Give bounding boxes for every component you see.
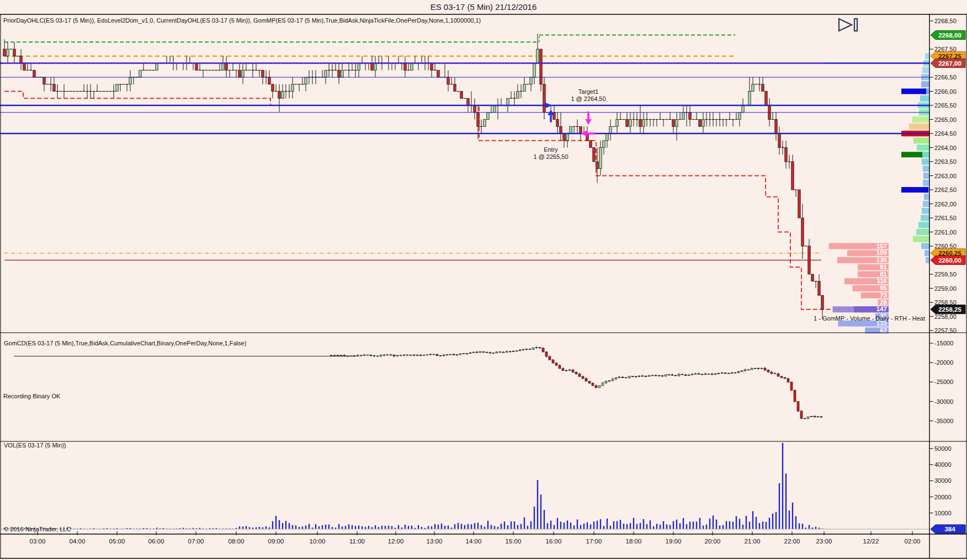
volume-tick-label: 50000: [934, 445, 952, 452]
svg-text:109: 109: [876, 249, 887, 256]
svg-text:81: 81: [880, 271, 887, 278]
svg-text:2267,00: 2267,00: [938, 60, 961, 67]
svg-text:95: 95: [880, 285, 887, 291]
time-tick-label: 19:00: [666, 538, 682, 545]
price-tick-label: 2266,00: [934, 88, 957, 95]
time-tick-label: 12:00: [388, 538, 404, 545]
gomcd-panel-indicator-label: GomCD(ES 03-17 (5 Min),True,BidAsk,Cumul…: [4, 340, 246, 346]
main-panel-indicator-label: PriorDayOHLC(ES 03-17 (5 Min)), EdsLevel…: [3, 17, 481, 24]
volume-tick-label: 30000: [934, 477, 952, 484]
cumulative-delta-candles: [14, 346, 822, 420]
ninjatrader-chart-window: 157109135818111695732814735133622268,502…: [0, 0, 967, 560]
price-tick-label: 2262,50: [934, 186, 957, 193]
svg-text:81: 81: [880, 264, 887, 270]
price-candles: [3, 34, 823, 319]
time-tick-label: 15:00: [506, 538, 522, 545]
copyright-notice: © 2016 NinjaTrader, LLC: [4, 526, 71, 532]
price-tick-label: 2258,50: [934, 299, 957, 306]
time-tick-label: 13:00: [427, 538, 443, 545]
time-tick-label: 04:00: [70, 538, 86, 545]
time-tick-label: 11:00: [349, 538, 365, 545]
svg-text:2267,25: 2267,25: [938, 53, 961, 60]
svg-text:157: 157: [876, 243, 887, 249]
time-tick-label: 23:00: [816, 538, 832, 545]
time-tick-label: 20:00: [705, 538, 721, 545]
delta-tick-label: -30000: [934, 398, 953, 405]
delta-tick-label: -25000: [934, 378, 953, 385]
delta-tick-label: -35000: [934, 418, 953, 424]
price-tick-label: 2267,50: [934, 46, 957, 52]
time-tick-label: 09:00: [268, 538, 284, 545]
time-tick-label: 21:00: [745, 538, 761, 545]
volume-tick-label: 10000: [934, 510, 952, 516]
price-tick-label: 2261,50: [934, 215, 957, 221]
time-tick-label: 14:00: [466, 538, 482, 545]
svg-text:2260,25: 2260,25: [938, 250, 961, 257]
volume-tick-label: 40000: [934, 461, 952, 468]
time-tick-label: 03:00: [30, 538, 46, 545]
svg-text:384: 384: [944, 526, 955, 532]
time-tick-label: 07:00: [188, 538, 204, 545]
time-tick-label: 12/22: [863, 538, 879, 545]
price-tick-label: 2265,50: [934, 102, 957, 109]
volume-tick-label: 20000: [934, 494, 952, 500]
axes: 2268,502267,502266,502266,002265,502265,…: [30, 18, 965, 545]
time-tick-label: 08:00: [229, 538, 245, 545]
volume-bars: [1, 443, 929, 529]
heat-profile: [901, 53, 929, 263]
chart-title: ES 03-17 (5 Min) 21/12/2016: [0, 2, 967, 12]
time-tick-label: 02:00: [905, 538, 921, 545]
trade-annotations: Entry1 @ 2265,50Target11 @ 2264,50: [533, 19, 857, 160]
volume-panel-indicator-label: VOL(ES 03-17 (5 Min)): [4, 442, 66, 449]
svg-text:2260,00: 2260,00: [938, 257, 961, 264]
volume-profile-caption: 1 - GomMP - Volume - Daily - RTH - Heat: [814, 315, 925, 322]
time-tick-label: 16:00: [546, 538, 562, 545]
svg-text:28: 28: [880, 299, 887, 306]
svg-text:2268,00: 2268,00: [938, 32, 961, 39]
panel-frame: [0, 14, 967, 558]
time-tick-label: 05:00: [109, 538, 125, 545]
chart-canvas[interactable]: 157109135818111695732814735133622268,502…: [0, 0, 967, 560]
price-tick-label: 2268,50: [934, 18, 957, 24]
price-tick-label: 2264,50: [934, 130, 957, 137]
price-tick-label: 2259,00: [934, 285, 957, 292]
time-tick-label: 18:00: [626, 538, 642, 545]
delta-tick-label: -20000: [934, 359, 953, 366]
svg-text:147: 147: [876, 306, 887, 312]
svg-text:135: 135: [876, 257, 888, 263]
price-tick-label: 2261,00: [934, 229, 957, 236]
price-tick-label: 2265,00: [934, 116, 957, 123]
price-tick-label: 2263,50: [934, 158, 957, 165]
price-tick-label: 2258,00: [934, 313, 957, 320]
svg-text:73: 73: [880, 292, 887, 298]
price-tick-label: 2260,50: [934, 243, 957, 249]
svg-text:Target1: Target1: [578, 88, 599, 95]
skip-to-last-bar-icon[interactable]: [839, 19, 857, 31]
time-tick-label: 06:00: [148, 538, 164, 545]
price-tick-label: 2264,00: [934, 145, 957, 151]
price-tick-label: 2262,00: [934, 201, 957, 207]
time-tick-label: 10:00: [310, 538, 326, 545]
svg-text:Entry: Entry: [544, 146, 558, 153]
recording-status-text: Recording Binary OK: [3, 393, 60, 399]
price-tick-label: 2263,00: [934, 173, 957, 179]
price-tick-label: 2266,50: [934, 74, 957, 81]
price-tick-label: 2259,50: [934, 271, 957, 278]
time-tick-label: 22:00: [784, 538, 800, 545]
svg-text:1 @ 2264,50: 1 @ 2264,50: [571, 95, 605, 102]
svg-text:116: 116: [876, 278, 887, 284]
svg-text:2258,25: 2258,25: [938, 306, 961, 313]
svg-text:1 @ 2265,50: 1 @ 2265,50: [533, 153, 568, 160]
time-tick-label: 17:00: [586, 538, 602, 545]
delta-tick-label: -15000: [934, 340, 953, 346]
